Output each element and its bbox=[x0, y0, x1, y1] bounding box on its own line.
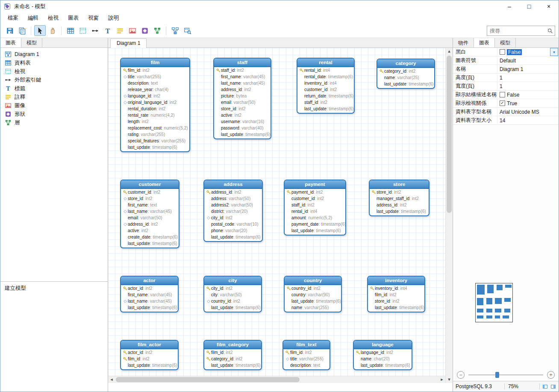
checkbox-checked[interactable]: ✓ bbox=[500, 100, 505, 106]
field-store_id[interactable]: store_id: int2 bbox=[121, 195, 179, 202]
horizontal-scrollbar[interactable]: ◂ ▸ bbox=[108, 376, 445, 383]
sidebar-item-views[interactable]: 檢視 bbox=[0, 67, 108, 76]
table-country[interactable]: countrycountry_id: int2country: varchar(… bbox=[284, 276, 342, 312]
table-film_category[interactable]: film_categoryfilm_id: int2category_id: i… bbox=[203, 340, 262, 370]
table-customer[interactable]: customercustomer_id: int2store_id: int2f… bbox=[120, 180, 179, 248]
field-language_id[interactable]: language_id: int2 bbox=[121, 93, 189, 99]
field-category_id[interactable]: category_id: int2 bbox=[377, 68, 434, 74]
field-category_id[interactable]: category_id: int2 bbox=[204, 356, 261, 362]
scroll-down-icon[interactable]: ▾ bbox=[446, 376, 453, 383]
table-staff[interactable]: staffstaff_id: int2first_name: varchar(4… bbox=[213, 58, 271, 139]
field-staff_id[interactable]: staff_id: int2 bbox=[297, 99, 354, 106]
field-special_features[interactable]: special_features: varchar(255) bbox=[121, 138, 189, 144]
field-last_update[interactable]: last_update: timestamp(6) bbox=[204, 234, 262, 240]
horizontal-scroll-thumb[interactable] bbox=[116, 377, 300, 382]
right-tab-model[interactable]: 模型 bbox=[495, 38, 516, 47]
pointer-button[interactable] bbox=[34, 25, 46, 36]
field-last_update[interactable]: last_update: timestamp(6) bbox=[370, 208, 429, 215]
grid-view-icon[interactable] bbox=[550, 384, 556, 389]
field-last_update[interactable]: last_update: timestamp(6) bbox=[377, 81, 434, 87]
field-title[interactable]: title: varchar(255) bbox=[283, 356, 330, 362]
scroll-up-icon[interactable]: ▴ bbox=[446, 48, 453, 55]
vertical-scroll-thumb[interactable] bbox=[447, 56, 452, 213]
property-value[interactable]: ✓True bbox=[497, 100, 559, 106]
field-active[interactable]: active: int2 bbox=[214, 112, 271, 118]
field-film_id[interactable]: film_id: int2 bbox=[368, 292, 424, 298]
field-film_id[interactable]: film_id: int2 bbox=[121, 67, 189, 74]
field-address_id[interactable]: address_id: int2 bbox=[214, 86, 271, 93]
field-address_id[interactable]: address_id: int2 bbox=[370, 202, 429, 208]
field-rental_rate[interactable]: rental_rate: numeric(4,2) bbox=[121, 112, 189, 118]
field-last_update[interactable]: last_update: timestamp(6) bbox=[297, 106, 354, 112]
field-language_id[interactable]: language_id: int2 bbox=[354, 349, 412, 356]
field-active[interactable]: active: int2 bbox=[121, 227, 179, 234]
field-create_date[interactable]: create_date: timestamp(6) bbox=[121, 234, 179, 240]
property-value[interactable]: Arial Unicode MS bbox=[497, 109, 559, 115]
hand-button[interactable] bbox=[47, 25, 58, 36]
table-store[interactable]: storestore_id: int2manager_staff_id: int… bbox=[369, 180, 430, 216]
shape-button[interactable] bbox=[139, 25, 150, 36]
field-first_name[interactable]: first_name: varchar(45) bbox=[214, 74, 271, 80]
property-value[interactable]: Diagram 1 bbox=[497, 66, 559, 72]
field-last_update[interactable]: last_update: timestamp(6) bbox=[214, 131, 271, 138]
sidebar-item-foreign-keys[interactable]: 外部索引鍵 bbox=[0, 76, 108, 84]
search-input[interactable] bbox=[489, 27, 547, 34]
field-city_id[interactable]: city_id: int2 bbox=[204, 215, 262, 221]
menu-window[interactable]: 視窗 bbox=[83, 13, 103, 24]
field-last_name[interactable]: last_name: varchar(45) bbox=[121, 298, 178, 304]
sidebar-item-shapes[interactable]: 形狀 bbox=[0, 110, 108, 118]
sidebar-item-tables[interactable]: 資料表 bbox=[0, 59, 108, 67]
arrange-button[interactable] bbox=[169, 25, 181, 36]
field-address2[interactable]: address2: varchar(50) bbox=[204, 202, 262, 208]
field-last_name[interactable]: last_name: varchar(45) bbox=[121, 208, 179, 215]
scroll-left-icon[interactable]: ◂ bbox=[108, 376, 115, 383]
layer-button[interactable] bbox=[151, 25, 163, 36]
table-inventory[interactable]: inventoryinventory_id: int4film_id: int2… bbox=[367, 276, 425, 312]
field-first_name[interactable]: first_name: text bbox=[121, 202, 179, 208]
sidebar-item-labels[interactable]: T標籤 bbox=[0, 84, 108, 93]
property-value[interactable]: False bbox=[497, 92, 559, 98]
table-language[interactable]: languagelanguage_id: int2name: char(20)l… bbox=[353, 340, 412, 370]
field-district[interactable]: district: varchar(20) bbox=[204, 208, 262, 215]
field-inventory_id[interactable]: inventory_id: int4 bbox=[297, 80, 354, 86]
diagram-canvas[interactable]: filmfilm_id: int2title: varchar(255)desc… bbox=[108, 48, 445, 376]
field-last_update[interactable]: last_update: timestamp(6) bbox=[285, 298, 341, 304]
image-button[interactable] bbox=[127, 25, 138, 36]
property-value[interactable]: 14 bbox=[497, 118, 559, 124]
menu-diagram[interactable]: 圖表 bbox=[63, 13, 83, 24]
field-payment_date[interactable]: payment_date: timestamp(6) bbox=[285, 221, 345, 227]
field-username[interactable]: username: varchar(16) bbox=[214, 118, 271, 125]
label-button[interactable]: T bbox=[102, 25, 113, 36]
field-address_id[interactable]: address_id: int2 bbox=[121, 221, 179, 227]
field-name[interactable]: name: varchar(255) bbox=[285, 304, 341, 311]
field-rating[interactable]: rating: varchar(255) bbox=[121, 131, 189, 138]
right-tab-diagram[interactable]: 圖表 bbox=[474, 38, 495, 47]
field-rental_id[interactable]: rental_id: int4 bbox=[285, 208, 345, 215]
maximize-button[interactable]: □ bbox=[519, 0, 539, 12]
field-city[interactable]: city: varchar(50) bbox=[204, 292, 261, 298]
zoom-slider-handle[interactable] bbox=[495, 372, 499, 378]
menu-file[interactable]: 檔案 bbox=[3, 13, 23, 24]
field-rental_id[interactable]: rental_id: int4 bbox=[297, 67, 354, 74]
zoom-slider[interactable] bbox=[468, 374, 543, 375]
field-country[interactable]: country: varchar(90) bbox=[285, 292, 341, 298]
menu-view[interactable]: 檢視 bbox=[43, 13, 63, 24]
checkbox-unchecked[interactable] bbox=[500, 49, 505, 55]
field-return_date[interactable]: return_date: timestamp(6) bbox=[297, 93, 354, 99]
field-last_update[interactable]: last_update: timestamp(6) bbox=[354, 362, 412, 368]
field-inventory_id[interactable]: inventory_id: int4 bbox=[368, 285, 424, 292]
sidebar-item-notes[interactable]: 註釋 bbox=[0, 93, 108, 101]
sidebar-item-diagram-1[interactable]: Diagram 1 bbox=[0, 50, 108, 59]
field-replacement_cost[interactable]: replacement_cost: numeric(5,2) bbox=[121, 125, 189, 131]
table-payment[interactable]: paymentpayment_id: int2customer_id: int2… bbox=[284, 180, 346, 236]
field-last_update[interactable]: last_update: timestamp(6) bbox=[204, 304, 261, 311]
property-value[interactable]: False▾ bbox=[497, 48, 559, 56]
overview-button[interactable] bbox=[182, 25, 193, 36]
minimap[interactable] bbox=[475, 283, 513, 322]
table-film[interactable]: filmfilm_id: int2title: varchar(255)desc… bbox=[120, 58, 190, 152]
close-button[interactable]: × bbox=[539, 0, 559, 12]
field-password[interactable]: password: varchar(40) bbox=[214, 125, 271, 131]
field-last_update[interactable]: last_update: timestamp(6) bbox=[285, 227, 345, 234]
field-length[interactable]: length: int2 bbox=[121, 118, 189, 125]
field-customer_id[interactable]: customer_id: int2 bbox=[297, 86, 354, 93]
